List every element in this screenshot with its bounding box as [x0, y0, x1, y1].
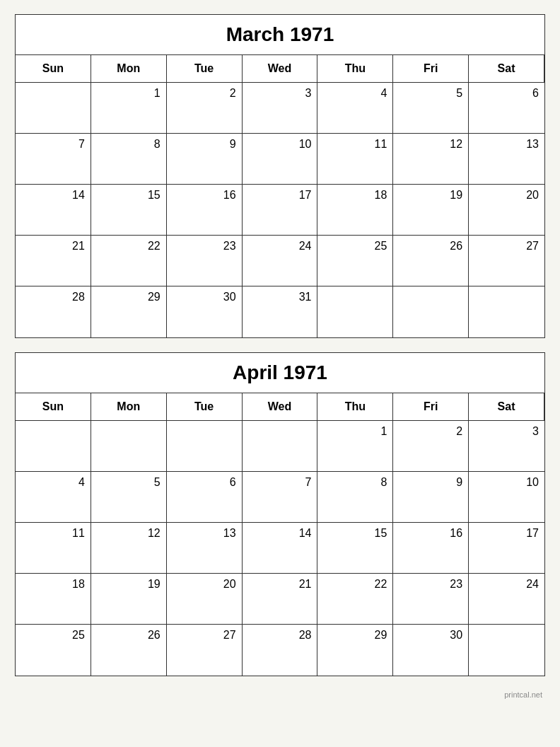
day-cell: 15 [91, 185, 167, 236]
day-cell [167, 421, 243, 472]
day-cell: 16 [167, 185, 243, 236]
day-cell: 10 [469, 472, 544, 523]
day-cell: 9 [393, 472, 469, 523]
day-cell: 23 [167, 236, 243, 286]
day-header-fri: Fri [393, 393, 469, 421]
day-cell: 19 [393, 185, 469, 236]
day-cell: 7 [16, 134, 91, 185]
day-cell: 5 [393, 83, 469, 134]
day-cell: 13 [469, 134, 544, 185]
day-cell: 2 [167, 83, 243, 134]
day-cell: 27 [469, 236, 544, 286]
day-header-mon: Mon [91, 393, 167, 421]
day-header-fri: Fri [393, 55, 469, 83]
day-cell: 28 [243, 625, 318, 676]
day-cell [393, 286, 469, 337]
day-cell: 10 [243, 134, 318, 185]
day-cell: 24 [243, 236, 318, 286]
calendar-grid: SunMonTueWedThuFriSat1234567891011121314… [16, 393, 544, 676]
calendar-title: April 1971 [16, 353, 544, 393]
day-cell: 26 [393, 236, 469, 286]
day-cell: 27 [167, 625, 243, 676]
day-cell: 29 [317, 625, 393, 676]
day-cell: 22 [317, 574, 393, 625]
day-cell: 17 [243, 185, 318, 236]
day-cell: 25 [317, 236, 393, 286]
day-cell: 20 [167, 574, 243, 625]
day-cell: 2 [393, 421, 469, 472]
day-header-mon: Mon [91, 55, 167, 83]
day-cell: 18 [317, 185, 393, 236]
day-cell: 4 [317, 83, 393, 134]
day-header-wed: Wed [243, 55, 318, 83]
calendar-grid: SunMonTueWedThuFriSat1234567891011121314… [16, 55, 544, 337]
day-cell [469, 625, 544, 676]
day-cell: 17 [469, 523, 544, 574]
day-header-thu: Thu [317, 393, 393, 421]
day-cell: 28 [16, 286, 91, 337]
day-cell [16, 421, 91, 472]
day-cell: 30 [393, 625, 469, 676]
day-cell: 23 [393, 574, 469, 625]
day-cell: 8 [317, 472, 393, 523]
day-header-wed: Wed [243, 393, 318, 421]
day-cell: 13 [167, 523, 243, 574]
day-cell: 18 [16, 574, 91, 625]
day-cell: 1 [91, 83, 167, 134]
calendar-april-1971: April 1971SunMonTueWedThuFriSat123456789… [15, 352, 545, 676]
day-cell: 21 [16, 236, 91, 286]
day-cell: 5 [91, 472, 167, 523]
day-cell: 4 [16, 472, 91, 523]
day-cell: 6 [167, 472, 243, 523]
day-cell: 20 [469, 185, 544, 236]
day-cell: 24 [469, 574, 544, 625]
day-cell: 22 [91, 236, 167, 286]
day-cell: 14 [16, 185, 91, 236]
watermark: printcal.net [15, 690, 545, 699]
day-cell [243, 421, 318, 472]
day-header-tue: Tue [167, 55, 243, 83]
day-cell: 3 [243, 83, 318, 134]
day-cell: 15 [317, 523, 393, 574]
day-cell [16, 83, 91, 134]
day-cell: 25 [16, 625, 91, 676]
day-cell [469, 286, 544, 337]
calendar-title: March 1971 [16, 15, 544, 55]
day-cell [91, 421, 167, 472]
day-cell: 31 [243, 286, 318, 337]
day-header-sun: Sun [16, 393, 91, 421]
day-header-sun: Sun [16, 55, 91, 83]
day-cell: 6 [469, 83, 544, 134]
calendar-march-1971: March 1971SunMonTueWedThuFriSat123456789… [15, 14, 545, 338]
day-header-thu: Thu [317, 55, 393, 83]
day-cell: 1 [317, 421, 393, 472]
day-cell [317, 286, 393, 337]
day-cell: 7 [243, 472, 318, 523]
day-cell: 30 [167, 286, 243, 337]
day-cell: 16 [393, 523, 469, 574]
day-cell: 19 [91, 574, 167, 625]
day-cell: 12 [91, 523, 167, 574]
day-header-tue: Tue [167, 393, 243, 421]
day-cell: 8 [91, 134, 167, 185]
day-header-sat: Sat [469, 393, 544, 421]
day-cell: 29 [91, 286, 167, 337]
day-cell: 14 [243, 523, 318, 574]
day-cell: 26 [91, 625, 167, 676]
day-cell: 11 [16, 523, 91, 574]
day-cell: 12 [393, 134, 469, 185]
day-cell: 9 [167, 134, 243, 185]
day-cell: 21 [243, 574, 318, 625]
day-cell: 3 [469, 421, 544, 472]
day-header-sat: Sat [469, 55, 544, 83]
day-cell: 11 [317, 134, 393, 185]
